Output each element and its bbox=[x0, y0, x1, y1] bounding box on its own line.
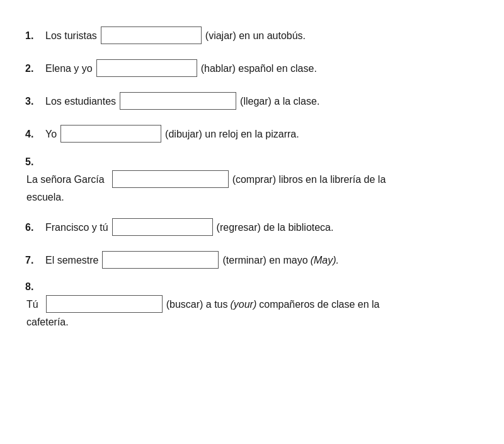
exercise-item-4: 4. Yo (dibujar) un reloj en la pizarra. bbox=[25, 117, 479, 150]
answer-input-8[interactable] bbox=[46, 295, 163, 313]
answer-input-3[interactable] bbox=[120, 92, 236, 110]
answer-input-7[interactable] bbox=[102, 251, 219, 269]
exercise-item-3: 3. Los estudiantes (llegar) a la clase. bbox=[25, 85, 479, 117]
text-after-3: (llegar) a la clase. bbox=[240, 93, 319, 110]
answer-input-2[interactable] bbox=[96, 59, 197, 77]
item-number-7: 7. bbox=[25, 252, 43, 269]
continuation-8: cafetería. bbox=[25, 313, 479, 332]
text-after-4: (dibujar) un reloj en la pizarra. bbox=[165, 126, 299, 143]
item-number-5: 5. bbox=[25, 156, 479, 168]
exercise-item-2: 2. Elena y yo (hablar) español en clase. bbox=[25, 52, 479, 85]
exercise-item-8: 8. Tú (buscar) a tus (your) compañeros d… bbox=[25, 276, 479, 332]
text-before-6: Francisco y tú bbox=[45, 219, 108, 236]
text-after-8a: (buscar) a tus bbox=[166, 296, 228, 314]
item-number-1: 1. bbox=[25, 28, 43, 44]
sentence-line-8: Tú (buscar) a tus (your) compañeros de c… bbox=[25, 295, 479, 313]
exercise-container: 1. Los turistas (viajar) en un autobús. … bbox=[25, 19, 479, 332]
item-number-8: 8. bbox=[25, 281, 479, 293]
text-after-5: (comprar) libros en la librería de la bbox=[232, 171, 386, 189]
text-before-3: Los estudiantes bbox=[45, 93, 116, 110]
text-before-4: Yo bbox=[45, 126, 57, 143]
text-before-1: Los turistas bbox=[45, 28, 97, 44]
text-before-5: La señora García bbox=[26, 171, 105, 189]
answer-input-1[interactable] bbox=[101, 26, 202, 44]
text-before-2: Elena y yo bbox=[45, 61, 93, 77]
item-number-6: 6. bbox=[25, 219, 43, 236]
sentence-line-5: La señora García (comprar) libros en la … bbox=[25, 170, 479, 189]
text-before-8: Tú bbox=[26, 296, 38, 314]
may-text: (May). bbox=[311, 252, 339, 269]
exercise-item-5: 5. La señora García (comprar) libros en … bbox=[25, 150, 479, 207]
text-after-7: (terminar) en mayo bbox=[222, 252, 307, 269]
text-before-7: El semestre bbox=[45, 252, 98, 269]
item-number-3: 3. bbox=[25, 93, 43, 110]
text-after-1: (viajar) en un autobús. bbox=[205, 28, 306, 44]
item-number-2: 2. bbox=[25, 61, 43, 77]
answer-input-4[interactable] bbox=[60, 125, 161, 143]
text-after-6: (regresar) de la biblioteca. bbox=[217, 219, 334, 236]
answer-input-5[interactable] bbox=[112, 170, 229, 188]
text-after-8b: compañeros de clase en la bbox=[259, 296, 379, 314]
answer-input-6[interactable] bbox=[112, 218, 213, 236]
item-number-4: 4. bbox=[25, 126, 43, 143]
continuation-5: escuela. bbox=[25, 189, 479, 207]
exercise-item-1: 1. Los turistas (viajar) en un autobús. bbox=[25, 19, 479, 52]
exercise-item-6: 6. Francisco y tú (regresar) de la bibli… bbox=[25, 207, 479, 243]
exercise-item-7: 7. El semestre (terminar) en mayo (May). bbox=[25, 243, 479, 276]
your-text: (your) bbox=[230, 296, 256, 314]
text-after-2: (hablar) español en clase. bbox=[201, 61, 317, 77]
